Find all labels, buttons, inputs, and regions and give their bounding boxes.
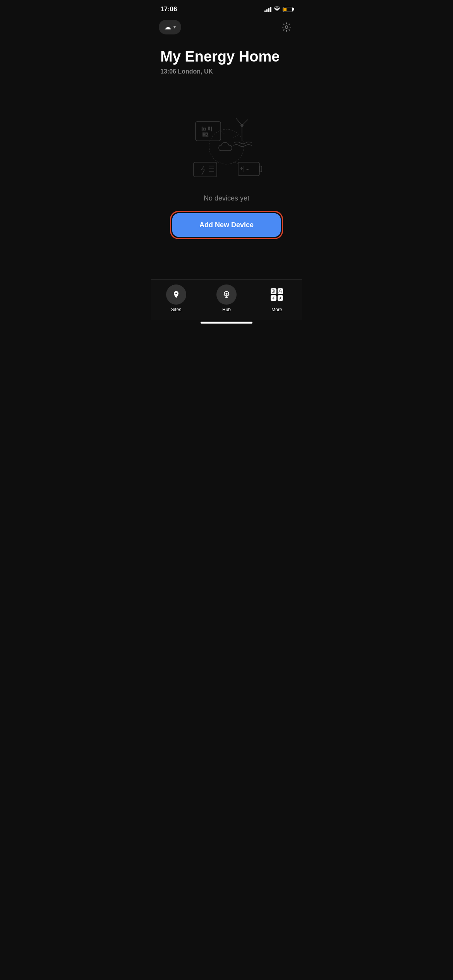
top-bar: ☁ ▾ [151, 16, 302, 41]
svg-line-23 [234, 161, 238, 164]
wifi-icon [274, 6, 280, 12]
bottom-nav: Sites Hub [151, 279, 302, 320]
more-label: More [271, 307, 282, 312]
status-time: 17:06 [160, 5, 177, 13]
no-devices-text: No devices yet [204, 194, 249, 202]
hub-icon [216, 284, 237, 305]
svg-line-21 [233, 135, 238, 138]
hub-label: Hub [222, 307, 231, 312]
empty-state: |□ ö| H2 - [160, 91, 293, 272]
svg-point-9 [209, 129, 244, 164]
main-content: My Energy Home 13:06 London, UK |□ ö| H2 [151, 41, 302, 279]
page-title: My Energy Home [160, 49, 293, 65]
svg-line-7 [236, 118, 242, 125]
signal-icon [264, 7, 271, 12]
cloud-selector[interactable]: ☁ ▾ [159, 20, 181, 34]
svg-line-20 [221, 131, 225, 134]
add-device-button[interactable]: Add New Device [172, 213, 281, 237]
svg-point-26 [273, 291, 274, 292]
svg-point-24 [226, 293, 228, 295]
empty-illustration: |□ ö| H2 - [188, 110, 265, 183]
svg-text:-: - [246, 166, 249, 172]
svg-point-27 [280, 290, 281, 291]
nav-item-sites[interactable]: Sites [151, 284, 201, 312]
home-indicator [201, 322, 252, 324]
svg-rect-1 [196, 122, 221, 141]
more-icon [267, 284, 287, 305]
chevron-down-icon: ▾ [173, 24, 176, 30]
settings-button[interactable] [279, 19, 294, 35]
nav-item-more[interactable]: More [252, 284, 302, 312]
svg-point-0 [285, 26, 288, 29]
svg-rect-16 [194, 162, 217, 177]
nav-item-hub[interactable]: Hub [201, 284, 252, 312]
cloud-icon: ☁ [164, 23, 171, 31]
status-bar: 17:06 [151, 0, 302, 16]
status-icons [264, 6, 293, 12]
gear-icon [281, 22, 292, 32]
sites-label: Sites [171, 307, 182, 312]
svg-rect-11 [259, 166, 262, 172]
svg-line-6 [242, 120, 248, 125]
battery-icon [283, 7, 293, 12]
svg-text:H2: H2 [202, 132, 209, 137]
sites-icon [166, 284, 186, 305]
svg-text:|□ ö|: |□ ö| [201, 127, 213, 131]
location-time: 13:06 London, UK [160, 68, 293, 75]
